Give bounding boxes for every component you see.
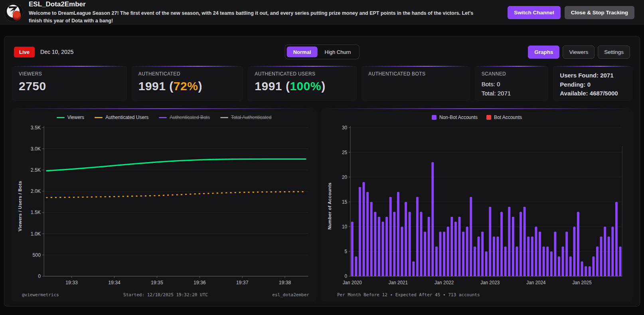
switch-channel-button[interactable]: Switch Channel xyxy=(508,6,561,19)
stat-value-authenticated: 1991 (72%) xyxy=(138,79,237,93)
bar-chart-legend: Non-Bot Accounts Bot Accounts xyxy=(326,113,628,122)
svg-text:5: 5 xyxy=(345,249,348,254)
channel-description: Welcome to DreamLeague Season 27! The fi… xyxy=(29,10,480,24)
stat-value-viewers: 2750 xyxy=(19,79,120,93)
svg-text:19:33: 19:33 xyxy=(65,279,78,285)
footer-watermark: @viewermetrics xyxy=(22,292,59,297)
channel-title: ESL_Dota2Ember xyxy=(29,0,502,8)
stat-label: VIEWERS xyxy=(19,71,120,77)
svg-text:30: 30 xyxy=(342,125,347,130)
mascot-icon xyxy=(13,11,21,20)
legend-item-authenticated-users[interactable]: Authenticated Users xyxy=(95,115,148,120)
mode-option-normal[interactable]: Normal xyxy=(287,47,318,57)
auth-users-line-swatch-icon xyxy=(95,117,103,118)
viewers-line-chart: 05001.0K1.5K2.0K2.5K3.0K3.5K19:3319:3419… xyxy=(24,123,312,289)
stream-date: Dec 10, 2025 xyxy=(40,49,73,55)
available: Available: 4687/5000 xyxy=(560,89,625,98)
legend-item-bot-accounts[interactable]: Bot Accounts xyxy=(486,115,522,120)
mode-option-high-churn[interactable]: High Churn xyxy=(318,47,358,57)
stat-card-viewers: VIEWERS 2750 xyxy=(12,66,127,101)
tab-graphs[interactable]: Graphs xyxy=(528,46,559,59)
legend-item-viewers[interactable]: Viewers xyxy=(57,115,84,120)
app-header: ESL_Dota2Ember Welcome to DreamLeague Se… xyxy=(0,0,644,25)
svg-text:10: 10 xyxy=(342,224,347,230)
svg-text:15: 15 xyxy=(342,199,347,204)
auth-percent: 72% xyxy=(174,79,198,93)
auth-users-percent: 100% xyxy=(290,79,321,93)
line-chart-footer: @viewermetrics Started: 12/10/2025 19:32… xyxy=(16,291,312,298)
stat-label: AUTHENTICATED BOTS xyxy=(368,71,463,77)
legend-item-non-bot-accounts[interactable]: Non-Bot Accounts xyxy=(432,115,478,120)
footer-channel: esl_dota2ember xyxy=(272,292,309,297)
stats-row: VIEWERS 2750 AUTHENTICATED 1991 (72%) AU… xyxy=(12,66,632,101)
scanned-total: Total: 2071 xyxy=(482,89,542,98)
legend-item-authenticated-bots[interactable]: Authenticated Bots xyxy=(159,115,210,120)
svg-text:1.0K: 1.0K xyxy=(31,231,41,237)
charts-row: Viewers Authenticated Users Authenticate… xyxy=(12,108,632,301)
bot-swatch-icon xyxy=(486,115,491,120)
bar-chart-footer: Per Month Before 12 • Expected After 45 … xyxy=(326,291,628,298)
svg-text:2.0K: 2.0K xyxy=(31,188,41,194)
stat-card-quota: Users Found: 2071 Pending: 0 Available: … xyxy=(553,66,632,101)
svg-text:19:38: 19:38 xyxy=(279,279,291,285)
svg-text:2.5K: 2.5K xyxy=(31,167,41,173)
toolbar: Live Dec 10, 2025 Normal High Churn Grap… xyxy=(14,44,630,59)
svg-text:Jan 2021: Jan 2021 xyxy=(389,279,408,285)
close-stop-tracking-button[interactable]: Close & Stop Tracking xyxy=(565,6,634,19)
svg-text:Jan 2022: Jan 2022 xyxy=(435,279,454,285)
svg-text:19:34: 19:34 xyxy=(108,279,121,285)
churn-mode-toggle: Normal High Churn xyxy=(285,45,360,59)
accounts-bar-chart: 051015202530Jan 2020Jan 2021Jan 2022Jan … xyxy=(333,123,628,289)
stat-card-authenticated: AUTHENTICATED 1991 (72%) xyxy=(131,66,244,101)
stat-card-authenticated-users: AUTHENTICATED USERS 1991 (100%) xyxy=(247,66,357,101)
stat-label: AUTHENTICATED USERS xyxy=(255,71,350,77)
view-buttons: Graphs Viewers Settings xyxy=(528,46,630,59)
svg-text:Jan 2025: Jan 2025 xyxy=(572,279,591,285)
stat-label: SCANNED xyxy=(482,71,542,77)
channel-avatar xyxy=(4,3,23,22)
tab-viewers[interactable]: Viewers xyxy=(563,46,595,59)
live-badge: Live xyxy=(14,47,35,57)
svg-text:19:35: 19:35 xyxy=(151,279,163,285)
stat-label: AUTHENTICATED xyxy=(138,71,237,77)
svg-text:500: 500 xyxy=(32,252,41,258)
svg-text:Jan 2024: Jan 2024 xyxy=(526,279,545,285)
svg-text:3.0K: 3.0K xyxy=(31,146,41,152)
scanned-bots: Bots: 0 xyxy=(482,79,542,89)
svg-text:19:36: 19:36 xyxy=(194,279,206,285)
viewers-line-swatch-icon xyxy=(57,117,65,118)
pending: Pending: 0 xyxy=(560,80,625,89)
users-found: Users Found: 2071 xyxy=(560,71,625,80)
svg-text:Jan 2023: Jan 2023 xyxy=(480,279,500,285)
svg-text:19:37: 19:37 xyxy=(236,279,249,285)
footer-started: Started: 12/10/2025 19:32:20 UTC xyxy=(123,292,208,297)
svg-text:0: 0 xyxy=(38,273,41,279)
stat-value-authenticated-users: 1991 (100%) xyxy=(255,79,350,93)
total-auth-line-swatch-icon xyxy=(220,117,228,118)
accounts-bar-chart-panel: Non-Bot Accounts Bot Accounts Number of … xyxy=(321,108,632,301)
line-chart-y-axis-label: Viewers / Users / Bots xyxy=(18,181,22,232)
svg-text:25: 25 xyxy=(342,149,347,155)
tab-settings[interactable]: Settings xyxy=(598,46,630,59)
stat-card-scanned: SCANNED Bots: 0 Total: 2071 xyxy=(474,66,549,101)
bar-chart-y-axis-label: Number of Accounts xyxy=(327,182,332,230)
viewers-line-chart-panel: Viewers Authenticated Users Authenticate… xyxy=(12,108,316,301)
svg-text:0: 0 xyxy=(345,273,348,279)
svg-text:3.5K: 3.5K xyxy=(31,125,41,130)
svg-text:1.5K: 1.5K xyxy=(31,210,41,215)
auth-bots-line-swatch-icon xyxy=(159,117,167,118)
svg-text:Jan 2020: Jan 2020 xyxy=(343,279,362,285)
stat-card-authenticated-bots: AUTHENTICATED BOTS xyxy=(361,66,470,101)
line-chart-legend: Viewers Authenticated Users Authenticate… xyxy=(16,113,312,122)
svg-text:20: 20 xyxy=(342,174,347,180)
non-bot-swatch-icon xyxy=(432,115,437,120)
tracking-panel: Live Dec 10, 2025 Normal High Churn Grap… xyxy=(4,36,640,307)
legend-item-total-authenticated[interactable]: Total Authenticated xyxy=(220,115,271,120)
